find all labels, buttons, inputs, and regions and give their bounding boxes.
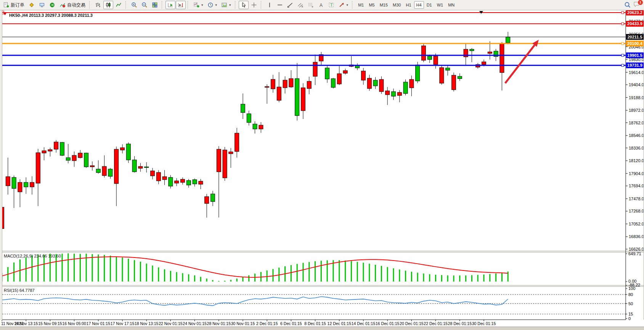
- candle[interactable]: [470, 49, 474, 51]
- candle[interactable]: [440, 68, 444, 83]
- price-line-handle[interactable]: [622, 23, 624, 25]
- tab-m5[interactable]: M5: [366, 1, 377, 9]
- candle[interactable]: [434, 56, 438, 64]
- candle[interactable]: [361, 71, 366, 80]
- candle[interactable]: [66, 158, 70, 160]
- candle[interactable]: [24, 182, 28, 187]
- candle[interactable]: [156, 172, 161, 181]
- vertical-line-button[interactable]: [265, 1, 275, 9]
- candle[interactable]: [410, 79, 414, 88]
- price-line-handle[interactable]: [622, 54, 624, 56]
- template-dropdown-caret[interactable]: ▾: [229, 3, 231, 7]
- candle[interactable]: [307, 81, 311, 89]
- tab-h4[interactable]: H4: [414, 1, 424, 9]
- candle[interactable]: [427, 56, 432, 60]
- candle[interactable]: [72, 155, 76, 161]
- candle[interactable]: [397, 92, 401, 95]
- candle[interactable]: [229, 152, 233, 154]
- candle[interactable]: [482, 62, 486, 64]
- candle[interactable]: [331, 79, 336, 87]
- candle[interactable]: [30, 182, 34, 187]
- tile-windows-button[interactable]: [150, 1, 160, 9]
- candle[interactable]: [175, 181, 179, 183]
- candle[interactable]: [458, 76, 462, 79]
- candle[interactable]: [211, 194, 215, 201]
- crosshair-button[interactable]: [249, 1, 259, 9]
- candle[interactable]: [422, 46, 426, 60]
- template-button[interactable]: ▾: [219, 1, 233, 9]
- tab-w1[interactable]: W1: [435, 1, 446, 9]
- candle[interactable]: [138, 166, 143, 168]
- signal-button[interactable]: [47, 1, 57, 9]
- candle[interactable]: [295, 79, 299, 116]
- candle[interactable]: [48, 150, 52, 151]
- candle[interactable]: [114, 149, 119, 184]
- chart-canvas[interactable]: 20472.020256.020046.019830.019614.019404…: [0, 0, 644, 328]
- candle[interactable]: [120, 148, 125, 150]
- periods-dropdown-caret[interactable]: ▾: [215, 3, 217, 7]
- candle[interactable]: [132, 160, 137, 172]
- candle[interactable]: [205, 196, 209, 203]
- candle[interactable]: [12, 177, 16, 188]
- candle[interactable]: [392, 92, 396, 96]
- candle[interactable]: [223, 150, 227, 178]
- search-icon[interactable]: [624, 2, 631, 8]
- tab-m30[interactable]: M30: [390, 1, 403, 9]
- candle[interactable]: [337, 74, 341, 84]
- candle[interactable]: [385, 91, 390, 95]
- auto-scroll-button[interactable]: [165, 1, 175, 9]
- autotrading-button[interactable]: 自动交易: [58, 1, 87, 9]
- chat-button[interactable]: 1: [633, 1, 641, 9]
- channel-button[interactable]: E: [296, 1, 305, 9]
- candle[interactable]: [265, 87, 269, 87]
- chart-shift-button[interactable]: [176, 1, 186, 9]
- metaeditor-button[interactable]: [27, 1, 37, 9]
- candle[interactable]: [313, 62, 317, 76]
- candle[interactable]: [373, 80, 377, 86]
- tab-m15[interactable]: M15: [377, 1, 390, 9]
- candle[interactable]: [108, 169, 112, 176]
- candle[interactable]: [446, 68, 450, 70]
- candle[interactable]: [253, 124, 257, 129]
- candle[interactable]: [247, 114, 251, 122]
- fibonacci-button[interactable]: F: [306, 1, 316, 9]
- candle[interactable]: [199, 181, 203, 184]
- candle[interactable]: [325, 68, 329, 79]
- candle[interactable]: [193, 180, 197, 184]
- candle[interactable]: [60, 142, 64, 155]
- candle[interactable]: [289, 79, 293, 87]
- candle[interactable]: [162, 177, 167, 180]
- tab-h1[interactable]: H1: [404, 1, 414, 9]
- bar-chart-button[interactable]: [93, 1, 103, 9]
- candle[interactable]: [277, 87, 281, 100]
- candle[interactable]: [379, 79, 384, 92]
- trend-arrow[interactable]: [505, 45, 535, 83]
- candle[interactable]: [241, 104, 245, 113]
- candle[interactable]: [355, 66, 360, 68]
- candle[interactable]: [452, 75, 456, 90]
- candle[interactable]: [416, 65, 420, 81]
- candle[interactable]: [500, 43, 504, 72]
- candle[interactable]: [301, 88, 305, 111]
- candle[interactable]: [90, 166, 95, 167]
- candle[interactable]: [259, 125, 263, 129]
- candle[interactable]: [6, 177, 10, 186]
- candle[interactable]: [343, 71, 347, 73]
- arrows-button[interactable]: ▾: [337, 1, 350, 9]
- zoom-in-button[interactable]: [129, 1, 139, 9]
- candle[interactable]: [78, 153, 82, 158]
- candle[interactable]: [126, 144, 130, 160]
- price-line-handle[interactable]: [622, 42, 624, 45]
- candle[interactable]: [403, 82, 408, 93]
- candle[interactable]: [151, 171, 155, 176]
- candle[interactable]: [42, 151, 46, 153]
- candle[interactable]: [367, 78, 371, 89]
- indicators-dropdown-caret[interactable]: ▾: [201, 3, 203, 7]
- candle[interactable]: [54, 142, 58, 149]
- horizontal-line-button[interactable]: [275, 1, 285, 9]
- candle[interactable]: [186, 180, 191, 185]
- candle[interactable]: [169, 177, 173, 186]
- trendline-button[interactable]: [285, 1, 295, 9]
- candlestick-chart-button[interactable]: [103, 1, 113, 9]
- candle[interactable]: [18, 182, 22, 192]
